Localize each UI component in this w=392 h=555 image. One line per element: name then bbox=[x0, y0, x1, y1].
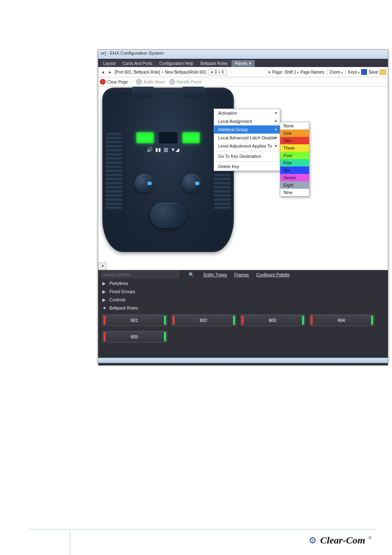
breadcrumb-port: [Port 601, Beltpack Role] bbox=[115, 70, 160, 74]
tab-cards-and-ports[interactable]: Cards And Ports bbox=[119, 60, 156, 67]
device-key-2[interactable] bbox=[159, 132, 177, 143]
nav-back-button[interactable]: ◄ bbox=[100, 70, 106, 74]
device-top-ports bbox=[132, 87, 204, 97]
tab-configuration-help[interactable]: Configuration Help bbox=[156, 60, 197, 67]
tab-panels[interactable]: Panels× bbox=[231, 60, 254, 67]
configure-palette-link[interactable]: Configure Palette bbox=[256, 272, 290, 277]
interlock-group-submenu: None One Two Three Four Five Six Seven E… bbox=[280, 122, 309, 197]
category-controls[interactable]: ▶ Controls bbox=[98, 296, 388, 304]
interlock-opt-seven[interactable]: Seven bbox=[280, 174, 309, 181]
page-label: Page: bbox=[272, 70, 283, 74]
role-tile[interactable]: 602: bbox=[171, 314, 236, 326]
page-names-button[interactable]: Page Names bbox=[300, 70, 324, 74]
ctx-activation[interactable]: Activation bbox=[214, 109, 280, 117]
interlock-opt-five[interactable]: Five bbox=[280, 159, 309, 166]
device-port-right bbox=[182, 87, 204, 97]
interlock-opt-one[interactable]: One bbox=[280, 130, 309, 137]
close-icon[interactable]: × bbox=[249, 61, 251, 66]
page-gutter bbox=[70, 530, 70, 555]
interlock-opt-three[interactable]: Three bbox=[280, 144, 309, 152]
role-tile-row-2: 605: bbox=[98, 328, 388, 345]
signal-icon: ▮▮ bbox=[155, 147, 161, 153]
open-folder-icon[interactable] bbox=[380, 69, 386, 75]
keys-dropdown[interactable]: Keys bbox=[348, 70, 360, 74]
nav-forward-button[interactable]: ► bbox=[107, 70, 113, 74]
hscroll-left[interactable]: ◄ bbox=[98, 262, 106, 270]
app-window: or] - EHX Configuration System Layout Ca… bbox=[98, 49, 388, 363]
ctx-local-advanced-latch-disable[interactable]: Local Advanced Latch Disable bbox=[214, 134, 280, 142]
window-title: or] - EHX Configuration System bbox=[98, 50, 388, 59]
palette-header: 🔍 Entity Types Frames Configure Palette bbox=[98, 270, 388, 279]
ctx-local-assignment[interactable]: Local Assignment bbox=[214, 117, 280, 125]
device-port-left bbox=[132, 87, 154, 97]
page-dropdown-caret[interactable]: ▾ bbox=[268, 70, 270, 74]
chevron-right-icon: ▶ bbox=[102, 289, 106, 294]
pager-indicator[interactable]: ▾ 0 > 9 bbox=[208, 69, 227, 75]
device-key-1[interactable] bbox=[136, 132, 154, 143]
breadcrumb-role[interactable]: New BeltpackRole 601 bbox=[165, 70, 206, 74]
search-icon[interactable]: 🔍 bbox=[187, 272, 196, 278]
zoom-dropdown[interactable]: Zoom bbox=[330, 70, 343, 74]
tab-beltpack-roles[interactable]: Beltpack Roles bbox=[197, 60, 231, 67]
title-text: or] - EHX Configuration System bbox=[101, 51, 164, 56]
antenna-icon: ▼◢ bbox=[171, 147, 179, 153]
ctx-go-to-key-destination[interactable]: Go To Key Destination bbox=[214, 152, 280, 160]
identify-panel-button[interactable]: Identify Panel bbox=[169, 79, 202, 85]
menu-separator bbox=[214, 151, 280, 151]
tab-strip: Layout Cards And Ports Configuration Hel… bbox=[98, 59, 388, 67]
device-reply-button[interactable] bbox=[150, 203, 186, 228]
device-screen-row bbox=[136, 132, 200, 143]
save-button[interactable]: Save bbox=[369, 70, 378, 74]
breadcrumb-separator: • bbox=[162, 70, 164, 74]
role-tile[interactable]: 604: bbox=[309, 314, 374, 326]
breadcrumb-toolbar: ◄ ► [Port 601, Beltpack Role] • New Belt… bbox=[98, 67, 388, 77]
interlock-opt-none[interactable]: None bbox=[280, 122, 309, 130]
category-partylines[interactable]: ▶ Partylines bbox=[98, 279, 388, 287]
clear-page-icon bbox=[100, 79, 106, 85]
chevron-down-icon: ▼ bbox=[102, 305, 106, 310]
ctx-level-adjustment-applies-to[interactable]: Level Adjustment Applies To bbox=[214, 142, 280, 150]
role-tile[interactable]: 603: bbox=[240, 314, 305, 326]
tab-layout[interactable]: Layout bbox=[100, 60, 119, 67]
identify-panel-icon bbox=[169, 79, 175, 85]
chevron-right-icon: ▶ bbox=[102, 281, 106, 286]
device-key-3[interactable] bbox=[182, 132, 200, 143]
chevron-right-icon: ▶ bbox=[102, 297, 106, 302]
registered-mark: ® bbox=[369, 536, 371, 540]
interlock-opt-six[interactable]: Six bbox=[280, 166, 309, 174]
footer-rule bbox=[29, 529, 376, 530]
search-input[interactable] bbox=[101, 271, 180, 279]
role-tile[interactable]: 601: bbox=[102, 314, 167, 326]
key-context-menu: Activation Local Assignment Interlock Gr… bbox=[214, 109, 280, 171]
ctx-delete-key[interactable]: Delete Key bbox=[214, 162, 280, 171]
audio-mixer-icon bbox=[136, 79, 142, 85]
device-icon-strip: 🔊 ▮▮ ▥ ▼◢ bbox=[147, 147, 179, 153]
pager-caret: ▾ bbox=[211, 70, 213, 74]
save-icon[interactable] bbox=[361, 69, 367, 75]
device-knob-row bbox=[135, 174, 201, 193]
role-tile[interactable]: 605: bbox=[102, 331, 167, 342]
category-beltpack-roles[interactable]: ▼ Beltpack Roles bbox=[98, 304, 388, 312]
ctx-interlock-group[interactable]: Interlock Group bbox=[214, 125, 280, 134]
interlock-opt-eight[interactable]: Eight bbox=[280, 181, 309, 189]
entity-types-link[interactable]: Entity Types bbox=[203, 272, 227, 277]
gear-icon: ⚙ bbox=[309, 535, 317, 546]
device-knob-right[interactable] bbox=[182, 174, 201, 193]
category-fixed-groups[interactable]: ▶ Fixed Groups bbox=[98, 287, 388, 296]
interlock-opt-four[interactable]: Four bbox=[280, 152, 309, 159]
device-grille-left bbox=[106, 133, 122, 211]
frames-link[interactable]: Frames bbox=[234, 272, 249, 277]
brand-name: Clear-Com bbox=[320, 535, 365, 546]
taskbar bbox=[98, 358, 388, 363]
page-selector[interactable]: Shift 1 bbox=[285, 70, 299, 74]
battery-icon: ▥ bbox=[164, 147, 168, 153]
clear-page-button[interactable]: Clear Page bbox=[100, 79, 128, 85]
device-knob-left[interactable] bbox=[135, 174, 154, 193]
interlock-opt-two[interactable]: Two bbox=[280, 137, 309, 144]
interlock-opt-nine[interactable]: Nine bbox=[280, 189, 309, 196]
action-toolbar: Clear Page Audio Mixer Identify Panel bbox=[98, 77, 388, 87]
menu-separator bbox=[214, 161, 280, 162]
speaker-icon: 🔊 bbox=[147, 147, 153, 153]
audio-mixer-button[interactable]: Audio Mixer bbox=[136, 79, 165, 85]
role-tile-row: 601: 602: 603: 604: bbox=[98, 312, 388, 328]
